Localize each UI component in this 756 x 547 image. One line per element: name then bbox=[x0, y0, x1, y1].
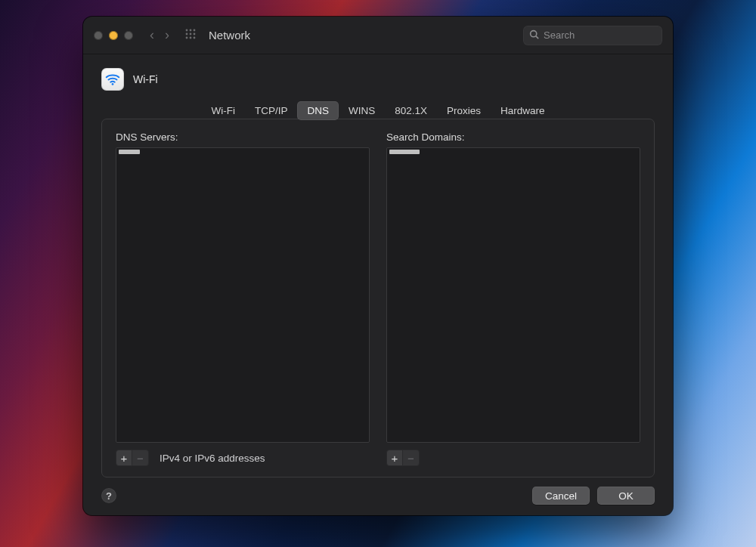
list-item[interactable] bbox=[119, 150, 140, 154]
dns-servers-list[interactable] bbox=[116, 147, 370, 443]
list-item[interactable] bbox=[389, 150, 420, 154]
back-button[interactable]: ‹ bbox=[150, 27, 154, 43]
svg-point-7 bbox=[190, 37, 192, 39]
window-controls bbox=[94, 31, 133, 40]
titlebar: ‹ › Network bbox=[83, 17, 673, 54]
content-area: Wi-Fi Wi-Fi TCP/IP DNS WINS 802.1X Proxi… bbox=[83, 54, 673, 515]
svg-point-2 bbox=[194, 29, 196, 32]
svg-point-4 bbox=[190, 33, 192, 36]
dialog-footer: ? Cancel OK bbox=[101, 477, 655, 505]
interface-header: Wi-Fi bbox=[101, 68, 655, 91]
svg-line-10 bbox=[536, 36, 538, 38]
tab-proxies[interactable]: Proxies bbox=[437, 101, 491, 120]
remove-dns-server-button[interactable]: − bbox=[132, 450, 149, 466]
tab-8021x[interactable]: 802.1X bbox=[385, 101, 437, 120]
wifi-icon bbox=[101, 68, 124, 91]
window-title: Network bbox=[209, 29, 250, 42]
svg-point-6 bbox=[186, 37, 188, 39]
zoom-window-button[interactable] bbox=[124, 31, 133, 40]
svg-point-1 bbox=[190, 29, 192, 32]
network-preferences-window: ‹ › Network bbox=[83, 17, 673, 515]
dns-panel: DNS Servers: + − IPv4 or IPv6 addresses … bbox=[101, 119, 655, 477]
nav-arrows: ‹ › bbox=[150, 27, 169, 43]
ok-button[interactable]: OK bbox=[597, 487, 655, 505]
search-icon bbox=[529, 29, 539, 42]
svg-point-11 bbox=[112, 83, 114, 85]
add-search-domain-button[interactable]: + bbox=[386, 450, 403, 466]
show-all-prefs-button[interactable] bbox=[184, 28, 197, 42]
help-button[interactable]: ? bbox=[101, 488, 116, 503]
settings-tabs: Wi-Fi TCP/IP DNS WINS 802.1X Proxies Har… bbox=[101, 101, 655, 120]
tab-wifi[interactable]: Wi-Fi bbox=[201, 101, 244, 120]
tab-tcpip[interactable]: TCP/IP bbox=[245, 101, 298, 120]
search-domains-label: Search Domains: bbox=[386, 131, 640, 143]
minimize-window-button[interactable] bbox=[109, 31, 118, 40]
tab-hardware[interactable]: Hardware bbox=[491, 101, 555, 120]
search-field[interactable] bbox=[523, 26, 662, 45]
close-window-button[interactable] bbox=[94, 31, 103, 40]
interface-name: Wi-Fi bbox=[133, 73, 158, 85]
search-domains-list[interactable] bbox=[386, 147, 640, 443]
svg-point-9 bbox=[531, 30, 537, 36]
dns-servers-column: DNS Servers: + − IPv4 or IPv6 addresses bbox=[116, 131, 370, 466]
search-domains-column: Search Domains: + − bbox=[386, 131, 640, 466]
search-input[interactable] bbox=[544, 29, 671, 41]
tab-wins[interactable]: WINS bbox=[339, 101, 385, 120]
forward-button[interactable]: › bbox=[165, 27, 169, 43]
svg-point-0 bbox=[186, 29, 188, 32]
cancel-button[interactable]: Cancel bbox=[532, 487, 590, 505]
dns-servers-label: DNS Servers: bbox=[116, 131, 370, 143]
add-dns-server-button[interactable]: + bbox=[116, 450, 132, 466]
svg-point-5 bbox=[194, 33, 196, 36]
svg-point-8 bbox=[194, 37, 196, 39]
svg-point-3 bbox=[186, 33, 188, 36]
dns-servers-hint: IPv4 or IPv6 addresses bbox=[160, 453, 265, 464]
remove-search-domain-button[interactable]: − bbox=[403, 450, 420, 466]
tab-dns[interactable]: DNS bbox=[297, 101, 339, 120]
